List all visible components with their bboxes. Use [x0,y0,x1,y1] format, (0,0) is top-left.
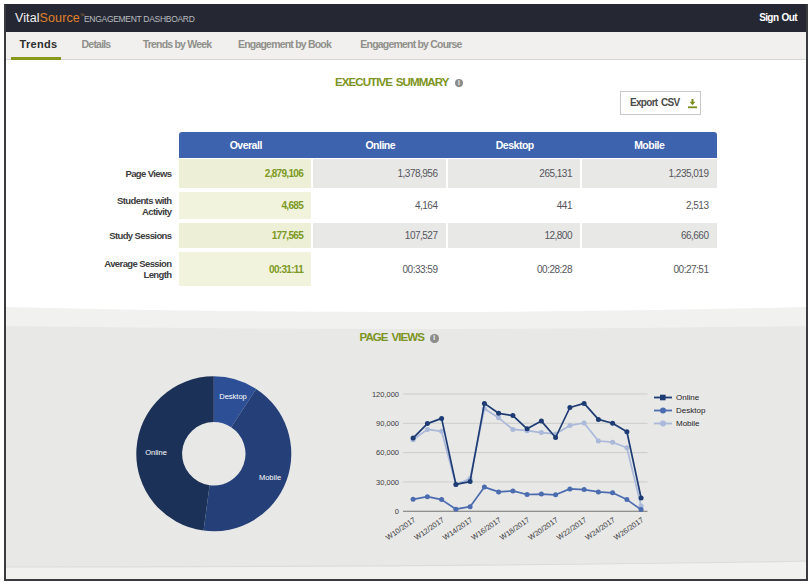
svg-text:Online: Online [145,448,167,457]
svg-text:W24/2017: W24/2017 [584,515,617,542]
svg-text:Online: Online [676,393,700,402]
svg-text:W12/2017: W12/2017 [413,515,446,542]
svg-text:120,000: 120,000 [372,390,399,399]
svg-text:Desktop: Desktop [676,406,706,415]
svg-text:W26/2017: W26/2017 [612,515,645,542]
svg-text:W14/2017: W14/2017 [441,515,474,542]
svg-text:90,000: 90,000 [376,419,399,428]
svg-text:Mobile: Mobile [259,473,281,482]
svg-text:W22/2017: W22/2017 [555,515,588,542]
svg-text:60,000: 60,000 [376,448,399,457]
svg-text:W16/2017: W16/2017 [470,515,503,542]
svg-text:0: 0 [395,507,399,516]
svg-text:W10/2017: W10/2017 [384,515,417,542]
svg-text:Mobile: Mobile [676,419,700,428]
svg-text:W18/2017: W18/2017 [498,515,531,542]
svg-text:Desktop: Desktop [219,392,247,401]
svg-text:W20/2017: W20/2017 [527,515,560,542]
svg-text:30,000: 30,000 [376,478,399,487]
